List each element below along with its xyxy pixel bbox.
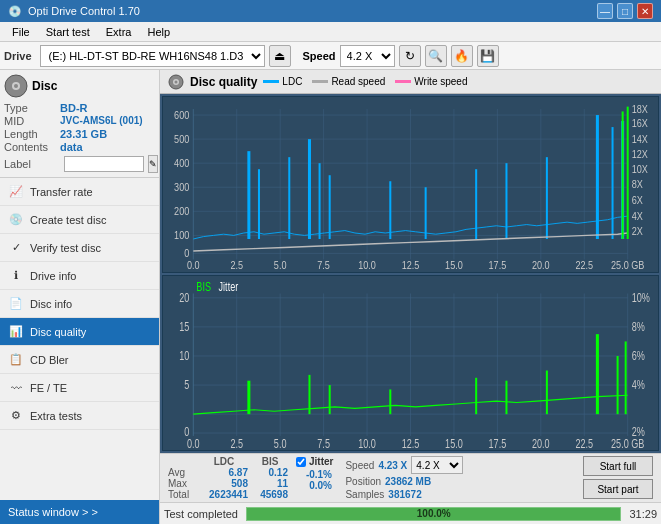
svg-text:5: 5 <box>184 377 189 391</box>
svg-text:BIS: BIS <box>196 278 211 292</box>
burn-icon[interactable]: 🔥 <box>451 45 473 67</box>
sidebar-item-label: Transfer rate <box>30 186 93 198</box>
svg-text:4%: 4% <box>632 377 645 391</box>
svg-text:400: 400 <box>174 157 190 169</box>
drive-info-icon: ℹ <box>8 268 24 284</box>
disc-label-input[interactable] <box>64 156 144 172</box>
transfer-rate-icon: 📈 <box>8 184 24 200</box>
sidebar-item-label: Verify test disc <box>30 242 101 254</box>
save-icon[interactable]: 💾 <box>477 45 499 67</box>
disc-info-icon: 📄 <box>8 296 24 312</box>
jitter-checkbox[interactable] <box>296 457 306 467</box>
fe-te-icon: 〰 <box>8 380 24 396</box>
start-full-button[interactable]: Start full <box>583 456 653 476</box>
svg-text:10.0: 10.0 <box>358 435 376 449</box>
legend-read-speed-color <box>312 80 328 83</box>
drive-toolbar: Drive (E:) HL-DT-ST BD-RE WH16NS48 1.D3 … <box>0 42 661 70</box>
avg-label: Avg <box>168 467 196 478</box>
sidebar-item-transfer-rate[interactable]: 📈 Transfer rate <box>0 178 159 206</box>
ldc-chart-svg: 600 500 400 300 200 100 0 18X 16X 14X 12… <box>163 97 658 272</box>
menu-start-test[interactable]: Start test <box>38 24 98 40</box>
svg-text:22.5: 22.5 <box>575 259 593 271</box>
disc-type-row: Type BD-R <box>4 102 155 114</box>
charts-area: 600 500 400 300 200 100 0 18X 16X 14X 12… <box>160 94 661 453</box>
svg-text:0: 0 <box>184 247 189 259</box>
disc-quality-header: Disc quality LDC Read speed Write speed <box>160 70 661 94</box>
speed-stat-value: 4.23 X <box>378 460 407 471</box>
sidebar-item-label: Create test disc <box>30 214 106 226</box>
total-bis: 45698 <box>252 489 288 500</box>
svg-text:10X: 10X <box>632 163 648 175</box>
svg-text:0.0: 0.0 <box>187 435 200 449</box>
svg-text:5.0: 5.0 <box>274 259 287 271</box>
svg-text:2X: 2X <box>632 226 643 238</box>
legend-write-speed: Write speed <box>395 76 467 87</box>
speed-label: Speed <box>303 50 336 62</box>
svg-text:6%: 6% <box>632 348 645 362</box>
progress-percent: 100.0% <box>247 508 620 520</box>
sidebar-item-verify-test-disc[interactable]: ✓ Verify test disc <box>0 234 159 262</box>
disc-panel-title: Disc <box>32 79 57 93</box>
drive-select[interactable]: (E:) HL-DT-ST BD-RE WH16NS48 1.D3 <box>40 45 265 67</box>
svg-text:8X: 8X <box>632 179 643 191</box>
title-bar-controls: — □ ✕ <box>597 3 653 19</box>
max-bis: 11 <box>252 478 288 489</box>
verify-test-disc-icon: ✓ <box>8 240 24 256</box>
speed-stat-select[interactable]: 4.2 X <box>411 456 463 474</box>
total-ldc: 2623441 <box>200 489 248 500</box>
disc-length-value: 23.31 GB <box>60 128 107 140</box>
svg-text:10: 10 <box>179 348 189 362</box>
bis-header: BIS <box>252 456 288 467</box>
menu-help[interactable]: Help <box>139 24 178 40</box>
bis-chart-svg: BIS Jitter <box>163 276 658 451</box>
total-label: Total <box>168 489 196 500</box>
svg-text:17.5: 17.5 <box>489 259 507 271</box>
sidebar: Disc Type BD-R MID JVC-AMS6L (001) Lengt… <box>0 70 160 524</box>
svg-text:20.0: 20.0 <box>532 259 550 271</box>
eject-icon[interactable]: ⏏ <box>269 45 291 67</box>
status-window-button[interactable]: Status window > > <box>0 500 159 524</box>
start-part-button[interactable]: Start part <box>583 479 653 499</box>
label-edit-button[interactable]: ✎ <box>148 155 158 173</box>
position-value: 23862 MB <box>385 476 431 487</box>
refresh-icon[interactable]: ↻ <box>399 45 421 67</box>
sidebar-item-disc-quality[interactable]: 📊 Disc quality <box>0 318 159 346</box>
sidebar-item-disc-info[interactable]: 📄 Disc info <box>0 290 159 318</box>
scan-icon[interactable]: 🔍 <box>425 45 447 67</box>
svg-text:18X: 18X <box>632 103 648 115</box>
avg-jitter: -0.1% <box>296 469 332 480</box>
disc-mid-value: JVC-AMS6L (001) <box>60 115 143 127</box>
minimize-button[interactable]: — <box>597 3 613 19</box>
menu-bar: File Start test Extra Help <box>0 22 661 42</box>
max-label: Max <box>168 478 196 489</box>
sidebar-item-drive-info[interactable]: ℹ Drive info <box>0 262 159 290</box>
svg-text:17.5: 17.5 <box>489 435 507 449</box>
sidebar-item-extra-tests[interactable]: ⚙ Extra tests <box>0 402 159 430</box>
svg-text:2.5: 2.5 <box>230 435 243 449</box>
disc-mid-row: MID JVC-AMS6L (001) <box>4 115 155 127</box>
sidebar-item-fe-te[interactable]: 〰 FE / TE <box>0 374 159 402</box>
disc-header: Disc <box>4 74 155 98</box>
speed-select[interactable]: 4.2 X <box>340 45 395 67</box>
close-button[interactable]: ✕ <box>637 3 653 19</box>
app-icon: 💿 <box>8 5 22 18</box>
svg-text:7.5: 7.5 <box>317 259 330 271</box>
sidebar-item-label: Extra tests <box>30 410 82 422</box>
menu-extra[interactable]: Extra <box>98 24 140 40</box>
svg-text:6X: 6X <box>632 194 643 206</box>
legend-read-speed: Read speed <box>312 76 385 87</box>
disc-quality-icon: 📊 <box>8 324 24 340</box>
maximize-button[interactable]: □ <box>617 3 633 19</box>
cd-bler-icon: 📋 <box>8 352 24 368</box>
legend-ldc-color <box>263 80 279 83</box>
sidebar-item-create-test-disc[interactable]: 💿 Create test disc <box>0 206 159 234</box>
svg-text:4X: 4X <box>632 210 643 222</box>
svg-text:100: 100 <box>174 229 190 241</box>
app-title: Opti Drive Control 1.70 <box>28 5 140 17</box>
sidebar-item-cd-bler[interactable]: 📋 CD Bler <box>0 346 159 374</box>
ldc-header: LDC <box>200 456 248 467</box>
svg-text:7.5: 7.5 <box>317 435 330 449</box>
svg-text:8%: 8% <box>632 319 645 333</box>
menu-file[interactable]: File <box>4 24 38 40</box>
svg-text:12.5: 12.5 <box>402 435 420 449</box>
